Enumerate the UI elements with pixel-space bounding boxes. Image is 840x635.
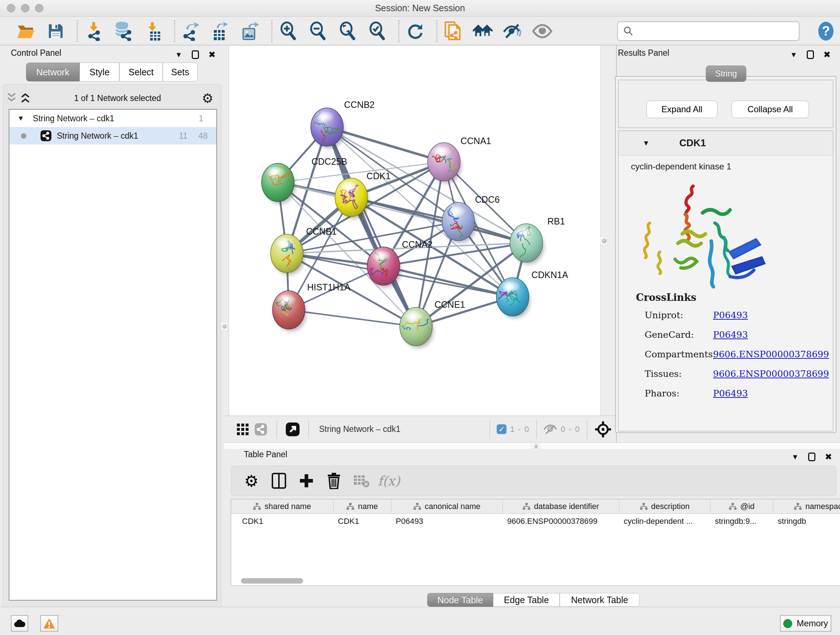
tab-network[interactable]: Network [26, 63, 80, 81]
column-header--id[interactable]: @id [711, 499, 774, 513]
export-table-button[interactable] [210, 19, 231, 43]
collapse-all-button[interactable]: Collapse All [731, 101, 809, 118]
close-window-button[interactable] [7, 4, 15, 12]
home-layouts-button[interactable] [473, 19, 493, 43]
tree-expand-icon[interactable]: ▼ [17, 114, 24, 122]
network-options-gear-icon[interactable]: ⚙ [202, 91, 213, 106]
hidden-eye-icon[interactable] [543, 424, 557, 435]
clone-network-button[interactable] [443, 19, 463, 43]
hide-selected-button[interactable] [502, 19, 523, 43]
memory-button[interactable]: Memory [780, 615, 831, 632]
tab-edge-table[interactable]: Edge Table [493, 593, 560, 607]
warnings-button[interactable] [40, 615, 58, 632]
collapse-panel-icon[interactable]: ▼ [790, 51, 797, 59]
import-table-icon [144, 21, 162, 41]
string-network-graph[interactable]: CCNB2CCNA1CDC25BCDK1CDC6RB1CCNB1CCNA2CDK… [229, 46, 601, 416]
node-table: shared namenamecanonical namedatabase id… [231, 499, 840, 586]
import-network-from-database-button[interactable] [113, 19, 134, 43]
table-cell[interactable]: cyclin-dependent ... [619, 514, 711, 528]
add-column-button[interactable] [295, 468, 317, 494]
crosslink-link[interactable]: P06493 [713, 329, 748, 340]
table-cell[interactable]: stringdb:9... [711, 514, 774, 528]
collapse-all-icon[interactable] [6, 92, 19, 104]
graphics-details-button[interactable] [234, 419, 252, 440]
hidden-counts: 0 - 0 [561, 424, 580, 434]
column-header-canonical-name[interactable]: canonical name [392, 499, 503, 513]
zoom-out-button[interactable] [308, 19, 328, 43]
table-cell[interactable]: stringdb [774, 514, 840, 528]
toolbar-divider [77, 20, 78, 42]
tab-node-table[interactable]: Node Table [427, 593, 493, 607]
column-header-description[interactable]: description [619, 499, 711, 513]
column-header-shared-name[interactable]: shared name [231, 499, 333, 513]
float-panel-icon[interactable] [807, 50, 814, 59]
network-canvas[interactable]: CCNB2CCNA1CDC25BCDK1CDC6RB1CCNB1CCNA2CDK… [229, 46, 600, 416]
zoom-fit-button[interactable] [338, 19, 358, 43]
table-cell[interactable]: P06493 [392, 514, 503, 528]
refresh-button[interactable] [405, 19, 425, 43]
collapse-panel-icon[interactable]: ▼ [175, 51, 182, 59]
left-splitter-handle[interactable] [221, 322, 228, 331]
birdseye-view-button[interactable] [252, 419, 270, 440]
expand-all-button[interactable]: Expand All [646, 101, 717, 118]
zoom-window-button[interactable] [35, 4, 43, 12]
table-horizontal-scrollbar[interactable] [232, 578, 837, 584]
network-collection-row[interactable]: ▼ String Network – cdk1 1 [9, 110, 216, 127]
scrollbar-thumb[interactable] [241, 578, 303, 584]
delete-table-button[interactable] [351, 468, 372, 494]
zoom-selected-button[interactable] [367, 19, 387, 43]
close-panel-icon[interactable]: ✖ [823, 50, 831, 60]
minimize-window-button[interactable] [21, 4, 29, 12]
crosslink-link[interactable]: P06493 [713, 310, 748, 320]
network-edge-HIST1H1A-CCNE1[interactable] [289, 310, 416, 326]
import-network-button[interactable] [84, 19, 104, 43]
tab-sets[interactable]: Sets [163, 63, 197, 81]
table-cell[interactable]: CDK1 [231, 514, 333, 528]
edge-count: 48 [198, 131, 208, 141]
horizontal-splitter[interactable] [224, 442, 840, 449]
float-panel-icon[interactable] [192, 50, 199, 59]
table-options-button[interactable]: ⚙ [240, 468, 262, 494]
export-image-button[interactable] [240, 19, 261, 43]
tab-select[interactable]: Select [119, 63, 163, 81]
tab-string[interactable]: String [706, 65, 746, 82]
column-type-icon [794, 503, 802, 510]
column-header-namespace[interactable]: namespace [774, 499, 840, 513]
show-columns-button[interactable] [268, 468, 290, 494]
save-session-button[interactable] [46, 19, 66, 43]
tab-style[interactable]: Style [80, 63, 119, 81]
table-cell[interactable]: 9606.ENSP00000378699 [503, 514, 619, 528]
table-row[interactable]: CDK1CDK1P064939606.ENSP00000378699cyclin… [231, 514, 840, 528]
right-splitter-handle[interactable] [600, 236, 608, 245]
collapse-gene-icon[interactable]: ▼ [643, 139, 650, 147]
float-panel-icon[interactable] [808, 453, 815, 461]
fit-content-button[interactable] [594, 419, 612, 440]
crosslink-link[interactable]: 9606.ENSP00000378699 [713, 369, 829, 379]
cloud-status-button[interactable] [11, 615, 28, 632]
show-all-button[interactable] [532, 19, 553, 43]
table-cell[interactable]: CDK1 [333, 514, 392, 528]
network-row[interactable]: String Network – cdk1 11 48 [9, 127, 216, 144]
crosslink-link[interactable]: P06493 [713, 388, 748, 399]
selected-nodes-checkbox[interactable]: ✓ [497, 424, 507, 434]
close-panel-icon[interactable]: ✖ [825, 452, 832, 462]
column-header-database-identifier[interactable]: database identifier [503, 499, 619, 513]
function-builder-button[interactable]: f(x) [378, 468, 400, 494]
tab-network-table[interactable]: Network Table [560, 593, 639, 607]
open-session-button[interactable] [16, 19, 36, 43]
help-button[interactable]: ? [818, 21, 834, 41]
delete-column-button[interactable] [323, 468, 345, 494]
export-view-button[interactable] [284, 419, 302, 440]
memory-label: Memory [797, 618, 828, 629]
gene-card-header[interactable]: ▼ CDK1 [619, 131, 833, 156]
close-panel-icon[interactable]: ✖ [208, 50, 216, 60]
crosslink-link[interactable]: 9606.ENSP00000378699 [713, 349, 829, 359]
bottom-splitter-handle[interactable] [531, 443, 540, 448]
zoom-in-button[interactable] [278, 19, 298, 43]
expand-all-icon[interactable] [19, 92, 33, 104]
import-table-button[interactable] [143, 19, 163, 43]
collapse-panel-icon[interactable]: ▼ [791, 453, 799, 461]
search-input[interactable] [617, 21, 799, 41]
column-header-name[interactable]: name [333, 499, 392, 513]
export-network-button[interactable] [181, 19, 201, 43]
